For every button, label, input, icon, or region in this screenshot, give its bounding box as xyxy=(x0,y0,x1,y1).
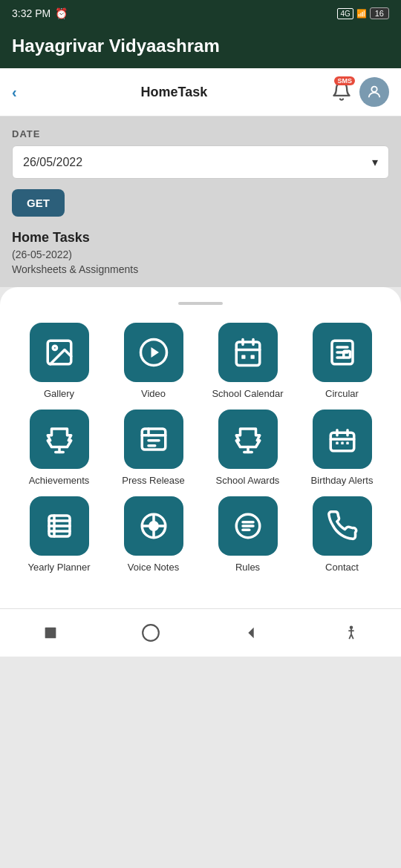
svg-point-51 xyxy=(143,625,159,641)
menu-item-yearly-planner[interactable]: Yearly Planner xyxy=(15,496,103,574)
birthday-alerts-icon xyxy=(327,424,358,455)
press-release-icon xyxy=(138,424,169,455)
contact-icon-box xyxy=(313,496,372,556)
yearly-planner-label: Yearly Planner xyxy=(27,562,90,574)
voice-notes-icon xyxy=(138,510,169,542)
battery-icon: 16 xyxy=(370,7,389,19)
sheet-handle xyxy=(178,302,223,305)
svg-rect-31 xyxy=(346,441,349,444)
svg-point-41 xyxy=(149,521,159,531)
school-calendar-icon-box xyxy=(218,323,278,382)
network-icon: 4G xyxy=(337,8,353,19)
yearly-planner-icon xyxy=(44,510,75,542)
achievements-label: Achievements xyxy=(29,475,90,487)
circular-icon xyxy=(327,337,358,368)
svg-marker-4 xyxy=(151,347,159,358)
svg-point-2 xyxy=(53,346,56,349)
voice-notes-label: Voice Notes xyxy=(128,562,179,574)
menu-item-video[interactable]: Video xyxy=(109,323,198,401)
sub-header: ‹ HomeTask SMS xyxy=(0,68,401,116)
press-release-icon-box xyxy=(124,410,183,469)
svg-rect-30 xyxy=(341,441,344,444)
menu-item-rules[interactable]: Rules xyxy=(203,496,292,574)
menu-item-circular[interactable]: Circular xyxy=(298,323,386,401)
status-time-area: 3:32 PM ⏰ xyxy=(12,7,68,19)
nav-home-button[interactable] xyxy=(136,618,166,648)
contact-label: Contact xyxy=(325,562,359,574)
date-label: DATE xyxy=(12,128,389,139)
home-tasks-date: (26-05-2022) xyxy=(12,249,389,260)
clock-icon: ⏰ xyxy=(55,7,68,19)
date-value: 26/05/2022 xyxy=(23,156,82,169)
get-button[interactable]: GET xyxy=(12,189,65,217)
home-tasks-section: Home Tasks (26-05-2022) Worksheets & Ass… xyxy=(12,230,389,275)
yearly-planner-icon-box xyxy=(30,496,89,556)
achievements-icon-box xyxy=(30,410,89,469)
content-area: DATE 26/05/2022 ▾ GET Home Tasks (26-05-… xyxy=(0,116,401,287)
birthday-alerts-label: Birthday Alerts xyxy=(311,475,374,487)
gallery-label: Gallery xyxy=(44,388,74,401)
birthday-alerts-icon-box xyxy=(313,410,372,469)
date-dropdown[interactable]: 26/05/2022 ▾ xyxy=(12,145,389,179)
video-icon xyxy=(138,337,169,368)
menu-item-press-release[interactable]: Press Release xyxy=(109,410,198,487)
svg-rect-9 xyxy=(241,355,245,359)
svg-rect-15 xyxy=(343,351,350,358)
video-icon-box xyxy=(124,323,183,382)
rules-icon-box xyxy=(218,496,278,556)
svg-rect-10 xyxy=(250,355,254,359)
achievements-icon xyxy=(44,424,75,455)
menu-item-school-calendar[interactable]: School Calendar xyxy=(203,323,292,401)
back-arrow-icon xyxy=(243,625,259,641)
school-awards-icon xyxy=(232,424,264,455)
school-awards-label: School Awards xyxy=(216,475,280,487)
notification-button[interactable]: SMS xyxy=(331,81,352,104)
circular-label: Circular xyxy=(325,388,359,401)
signal-icon: 📶 xyxy=(356,9,367,19)
svg-line-57 xyxy=(351,634,353,639)
chevron-down-icon: ▾ xyxy=(372,155,378,169)
user-icon xyxy=(366,84,382,100)
time-display: 3:32 PM xyxy=(12,7,50,19)
nav-accessibility-button[interactable] xyxy=(336,618,366,648)
home-tasks-title: Home Tasks xyxy=(12,230,389,246)
menu-item-voice-notes[interactable]: Voice Notes xyxy=(109,496,198,574)
menu-item-achievements[interactable]: Achievements xyxy=(15,410,103,487)
press-release-label: Press Release xyxy=(122,475,185,487)
school-calendar-icon xyxy=(232,337,264,368)
app-header: Hayagrivar Vidyaashram xyxy=(0,27,401,68)
contact-icon xyxy=(327,510,358,542)
menu-item-contact[interactable]: Contact xyxy=(298,496,386,574)
school-calendar-label: School Calendar xyxy=(212,388,283,401)
gallery-icon xyxy=(44,337,75,368)
svg-rect-5 xyxy=(236,342,260,366)
status-icons: 4G 📶 16 xyxy=(337,7,389,19)
svg-point-53 xyxy=(350,626,352,628)
menu-item-birthday-alerts[interactable]: Birthday Alerts xyxy=(298,410,386,487)
menu-item-school-awards[interactable]: School Awards xyxy=(203,410,292,487)
app-title: Hayagrivar Vidyaashram xyxy=(12,36,220,56)
stop-icon xyxy=(42,625,59,641)
sub-header-title: HomeTask xyxy=(140,85,207,100)
menu-item-gallery[interactable]: Gallery xyxy=(15,323,103,401)
accessibility-icon xyxy=(343,625,359,641)
avatar-button[interactable] xyxy=(359,77,389,107)
video-label: Video xyxy=(141,388,166,401)
svg-rect-29 xyxy=(336,441,339,444)
gallery-icon-box xyxy=(30,323,89,382)
back-button[interactable]: ‹ xyxy=(12,84,17,101)
sms-badge: SMS xyxy=(334,76,355,85)
svg-marker-52 xyxy=(248,627,253,638)
svg-point-0 xyxy=(371,87,376,92)
svg-rect-50 xyxy=(45,627,56,638)
home-circle-icon xyxy=(141,623,160,642)
voice-notes-icon-box xyxy=(124,496,183,556)
status-bar: 3:32 PM ⏰ 4G 📶 16 xyxy=(0,0,401,27)
nav-stop-button[interactable] xyxy=(36,618,65,648)
nav-back-button[interactable] xyxy=(236,618,266,648)
school-awards-icon-box xyxy=(218,410,278,469)
bottom-sheet: Gallery Video xyxy=(0,287,401,608)
sub-header-icons: SMS xyxy=(331,77,389,107)
circular-icon-box xyxy=(313,323,372,382)
menu-grid: Gallery Video xyxy=(15,323,386,574)
